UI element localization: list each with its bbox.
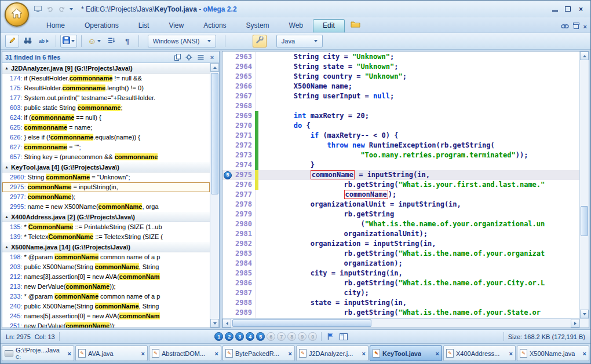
- search-result-line[interactable]: 135: * CommonName ::= PrintableString (S…: [2, 222, 210, 232]
- file-tab-j2danalyzer-j[interactable]: ✎J2DAnalyzer.j...×: [296, 345, 369, 361]
- save-button[interactable]: [60, 35, 77, 47]
- code-line[interactable]: 2980 ("What.is.the.name.of.your.organiza…: [222, 219, 579, 229]
- language-dropdown[interactable]: Java: [276, 35, 323, 47]
- search-result-line[interactable]: 657: String key = (prunecommon && common…: [2, 152, 210, 162]
- search-result-line[interactable]: 240: public X500Name(String commonName, …: [2, 302, 210, 311]
- code-line[interactable]: 2985 city = inputString(in,: [222, 269, 579, 278]
- code-line[interactable]: 2973 "Too.many.retries.program.terminate…: [222, 150, 579, 160]
- result-group-header[interactable]: ▲X400Address.java [2] (G:\!Projects\Java…: [2, 212, 210, 222]
- emoticon-dropdown-icon[interactable]: [97, 40, 101, 42]
- find-button[interactable]: [21, 35, 35, 47]
- ribbon-close-icon[interactable]: ×: [583, 23, 587, 30]
- tab-close-icon[interactable]: ×: [509, 350, 513, 357]
- code-line[interactable]: 2965 String country = "Unknown";: [222, 72, 579, 82]
- formatting-marks-button[interactable]: ¶: [121, 35, 134, 47]
- ribbon-tab-view[interactable]: View: [159, 19, 194, 32]
- bookmark-badge[interactable]: 5: [224, 171, 232, 179]
- code-line[interactable]: 2974 }: [222, 160, 579, 170]
- scroll-down-icon[interactable]: [580, 310, 589, 318]
- search-result-line[interactable]: 2995: name = new X500Name(commonName, or…: [2, 202, 210, 212]
- emoticon-button[interactable]: ☺: [86, 35, 103, 47]
- code-line[interactable]: 52975 commonName = inputString(in,: [222, 170, 579, 180]
- split-view-icon[interactable]: [339, 333, 348, 341]
- replace-button[interactable]: ab: [37, 35, 52, 47]
- editor-h-scroll-thumb[interactable]: [232, 319, 371, 327]
- search-result-line[interactable]: 251: new DerValue(commonName));: [2, 321, 210, 328]
- collapse-icon[interactable]: ▲: [5, 165, 9, 169]
- maximize-button[interactable]: [565, 6, 571, 12]
- scroll-up-icon[interactable]: [580, 52, 589, 60]
- code-line[interactable]: 2987 city);: [222, 288, 579, 298]
- code-line[interactable]: 2972 throw new RuntimeException(rb.getSt…: [222, 141, 579, 150]
- code-line[interactable]: 2968: [222, 101, 579, 111]
- panel-close-icon[interactable]: ×: [208, 53, 216, 61]
- results-scrollbar[interactable]: [210, 63, 219, 328]
- ribbon-tab-web[interactable]: Web: [279, 19, 313, 32]
- file-tab-x500name-java[interactable]: ✎X500Name.java×: [517, 345, 589, 361]
- result-group-header[interactable]: ▲KeyTool.java [4] (G:\!Projects\Java\): [2, 162, 210, 172]
- code-line[interactable]: 2963 String city = "Unknown";: [222, 52, 579, 62]
- code-pane[interactable]: 2963 String city = "Unknown";2964 String…: [222, 52, 579, 318]
- code-line[interactable]: 2966 X500Name name;: [222, 82, 579, 91]
- ribbon-tab-edit[interactable]: Edit: [313, 19, 345, 32]
- edit-mode-button[interactable]: [5, 35, 19, 47]
- search-result-line[interactable]: 212: names[3].assertion[0] = new AVA(com…: [2, 272, 210, 282]
- file-tab-ava-java[interactable]: ✎AVA.java×: [75, 345, 148, 361]
- search-result-line[interactable]: 2975: commonName = inputString(in,: [2, 182, 210, 192]
- code-line[interactable]: 2979 rb.getString: [222, 209, 579, 219]
- tab-close-icon[interactable]: ×: [436, 350, 439, 357]
- bookmark-button-1[interactable]: 1: [214, 332, 223, 341]
- qat-dropdown-icon[interactable]: [70, 8, 73, 10]
- code-line[interactable]: 2967 String userInput = null;: [222, 91, 579, 101]
- tab-close-icon[interactable]: ×: [141, 350, 145, 357]
- scroll-down-icon[interactable]: [210, 319, 219, 328]
- search-result-line[interactable]: 203: public X500Name(String commonName, …: [2, 262, 210, 272]
- minimize-button[interactable]: [552, 6, 558, 12]
- ribbon-tab-home[interactable]: Home: [37, 19, 75, 32]
- tab-close-icon[interactable]: ×: [583, 350, 586, 357]
- bookmark-button-5[interactable]: 5: [256, 332, 265, 341]
- code-line[interactable]: 2986 rb.getString("What.is.the.name.of.y…: [222, 278, 579, 288]
- collapse-icon[interactable]: ▲: [5, 66, 9, 70]
- flag-icon[interactable]: [326, 333, 335, 341]
- code-line[interactable]: 2984 organization);: [222, 259, 579, 269]
- result-group-header[interactable]: ▲X500Name.java [14] (G:\!Projects\Java\): [2, 242, 210, 252]
- link-icon[interactable]: [561, 23, 569, 30]
- file-tab-x400address[interactable]: ✎X400Address...×: [443, 345, 516, 361]
- close-button[interactable]: ×: [577, 6, 585, 12]
- scroll-up-icon[interactable]: [210, 63, 219, 72]
- code-line[interactable]: 2964 String state = "Unknown";: [222, 62, 579, 72]
- monitor-icon[interactable]: [33, 5, 42, 14]
- ribbon-tab-list[interactable]: List: [129, 19, 159, 32]
- bookmark-button-8[interactable]: 8: [287, 332, 296, 341]
- code-line[interactable]: 2976 rb.getString("What.is.your.first.an…: [222, 180, 579, 190]
- code-line[interactable]: 2978 organizationalUnit = inputString(in…: [222, 200, 579, 209]
- search-result-line[interactable]: 139: * TeletexCommonName ::= TeletexStri…: [2, 232, 210, 242]
- code-line[interactable]: 2969 int maxRetry = 20;: [222, 111, 579, 121]
- collapse-icon[interactable]: ▲: [5, 215, 9, 219]
- search-result-line[interactable]: 2960: String commonName = "Unknown";: [2, 172, 210, 182]
- file-tab-keytool-java[interactable]: ✎KeyTool.java×: [370, 345, 442, 361]
- redo-icon[interactable]: [57, 5, 67, 14]
- tab-close-icon[interactable]: ×: [215, 350, 218, 357]
- search-result-line[interactable]: 603: public static String commonname;: [2, 103, 210, 113]
- open-folder-icon[interactable]: [351, 20, 360, 30]
- tools-button[interactable]: [253, 35, 267, 47]
- code-line[interactable]: 2989 rb.getString("What.is.the.name.of.y…: [222, 308, 579, 318]
- bookmark-button-9[interactable]: 9: [298, 332, 307, 341]
- list-view-icon[interactable]: [196, 53, 205, 61]
- search-result-line[interactable]: 2977: commonName);: [2, 192, 210, 202]
- bookmark-button-7[interactable]: 7: [277, 332, 286, 341]
- file-tab-bytepackedr[interactable]: ✎BytePackedR...×: [222, 345, 295, 361]
- scroll-right-icon[interactable]: [571, 319, 579, 328]
- bookmark-button-3[interactable]: 3: [235, 332, 244, 341]
- code-line[interactable]: 2988 state = inputString(in,: [222, 298, 579, 308]
- results-scroll-thumb[interactable]: [211, 73, 218, 194]
- bookmark-button-0[interactable]: 0: [308, 332, 317, 341]
- ribbon-tab-system[interactable]: System: [236, 19, 279, 32]
- editor-scroll-thumb[interactable]: [581, 206, 588, 236]
- result-group-header[interactable]: ▲J2DAnalyzer.java [9] (G:\!Projects\Java…: [2, 63, 210, 73]
- app-home-button[interactable]: [5, 2, 29, 27]
- undo-icon[interactable]: [45, 5, 54, 14]
- editor-scrollbar[interactable]: [579, 52, 589, 318]
